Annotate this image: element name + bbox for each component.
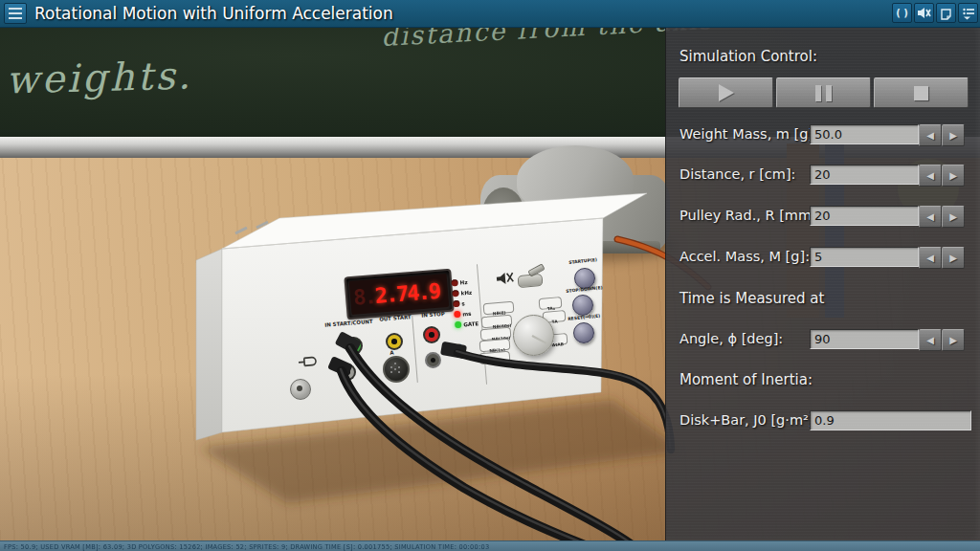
pause-button[interactable] bbox=[776, 77, 871, 108]
accel-mass-decrement-button[interactable]: ◀ bbox=[919, 247, 942, 269]
mode-label-fb: fB bbox=[479, 351, 511, 365]
status-text: FPS: 50.9; USED VRAM [MB]: 63.09; 3D POL… bbox=[4, 543, 489, 550]
angle-input[interactable] bbox=[810, 329, 919, 349]
accel-mass-input[interactable] bbox=[810, 247, 919, 267]
distance-label: Distance, r [cm]: bbox=[679, 165, 796, 185]
display-glass: 8.2.74.9 bbox=[349, 274, 449, 315]
angle-decrement-button[interactable]: ◀ bbox=[919, 329, 942, 351]
gray-input-jack[interactable] bbox=[339, 364, 356, 381]
play-icon bbox=[719, 84, 734, 101]
accel-mass-label: Accel. Mass, M [g]: bbox=[679, 247, 810, 267]
menu-icon[interactable] bbox=[4, 3, 27, 24]
accel-mass-increment-button[interactable]: ▶ bbox=[942, 247, 965, 269]
display-value: 2.74.9 bbox=[374, 279, 440, 308]
pulley-radius-increment-button[interactable]: ▶ bbox=[942, 206, 965, 228]
red-input-jack[interactable] bbox=[423, 326, 440, 343]
label-jack-a: A bbox=[390, 350, 394, 356]
notes-icon[interactable] bbox=[936, 3, 956, 23]
mode-label-nb-e: NB(E) bbox=[483, 301, 515, 316]
page-title: Rotational Motion with Uniform Accelerat… bbox=[34, 0, 393, 27]
label-jack-b: B bbox=[457, 343, 462, 349]
angle-increment-button[interactable]: ▶ bbox=[942, 329, 965, 351]
weight-mass-input[interactable] bbox=[810, 124, 919, 144]
pulley-radius-decrement-button[interactable]: ◀ bbox=[919, 206, 942, 228]
simulation-window: distance from the axis weights. bbox=[0, 0, 980, 551]
section-time-measured: Time is Measured at bbox=[679, 290, 824, 307]
brackets-glyph: ( ) bbox=[896, 8, 908, 18]
distance-input[interactable] bbox=[810, 165, 919, 185]
sound-muted-icon[interactable] bbox=[914, 3, 934, 23]
stop-down-button[interactable] bbox=[572, 295, 593, 316]
din-socket[interactable] bbox=[383, 356, 410, 383]
weight-mass-label: Weight Mass, m [g]: bbox=[679, 124, 818, 144]
section-simulation-control: Simulation Control: bbox=[679, 48, 817, 65]
led-label-gate: GATE bbox=[463, 320, 479, 327]
stop-button[interactable] bbox=[874, 77, 969, 108]
mode-selector-knob[interactable] bbox=[513, 315, 554, 356]
green-input-jack[interactable] bbox=[345, 337, 363, 355]
status-bar: FPS: 50.9; USED VRAM [MB]: 63.09; 3D POL… bbox=[0, 540, 980, 551]
simulation-control-panel: Simulation Control: Weight Mass, m [g]: … bbox=[665, 27, 980, 540]
stop-icon bbox=[914, 86, 928, 100]
section-moment-of-inertia: Moment of Inertia: bbox=[679, 371, 813, 388]
inertia-input[interactable] bbox=[810, 410, 971, 430]
distance-decrement-button[interactable]: ◀ bbox=[919, 165, 942, 187]
inertia-label: Disk+Bar, J0 [g·m²]: bbox=[679, 410, 818, 430]
list-icon[interactable] bbox=[958, 3, 978, 23]
bnc-connector[interactable] bbox=[290, 379, 311, 400]
weight-mass-increment-button[interactable]: ▶ bbox=[942, 124, 965, 146]
play-button[interactable] bbox=[679, 77, 773, 108]
angle-label: Angle, ϕ [deg]: bbox=[679, 329, 783, 349]
gray-stop-jack[interactable] bbox=[425, 352, 441, 368]
title-bar: Rotational Motion with Uniform Accelerat… bbox=[0, 0, 980, 28]
reset-button[interactable] bbox=[573, 322, 594, 343]
mode-label-ta-rise: TA▴ bbox=[539, 297, 563, 310]
pulley-radius-label: Pulley Rad., R [mm]: bbox=[679, 206, 822, 226]
pulley-radius-input[interactable] bbox=[810, 206, 919, 226]
code-brackets-icon[interactable]: ( ) bbox=[892, 3, 912, 23]
pause-icon bbox=[815, 85, 832, 101]
weight-mass-decrement-button[interactable]: ◀ bbox=[919, 124, 942, 146]
yellow-output-jack[interactable] bbox=[386, 333, 403, 350]
distance-increment-button[interactable]: ▶ bbox=[942, 165, 965, 187]
display-ghost-digit: 8. bbox=[352, 284, 375, 310]
